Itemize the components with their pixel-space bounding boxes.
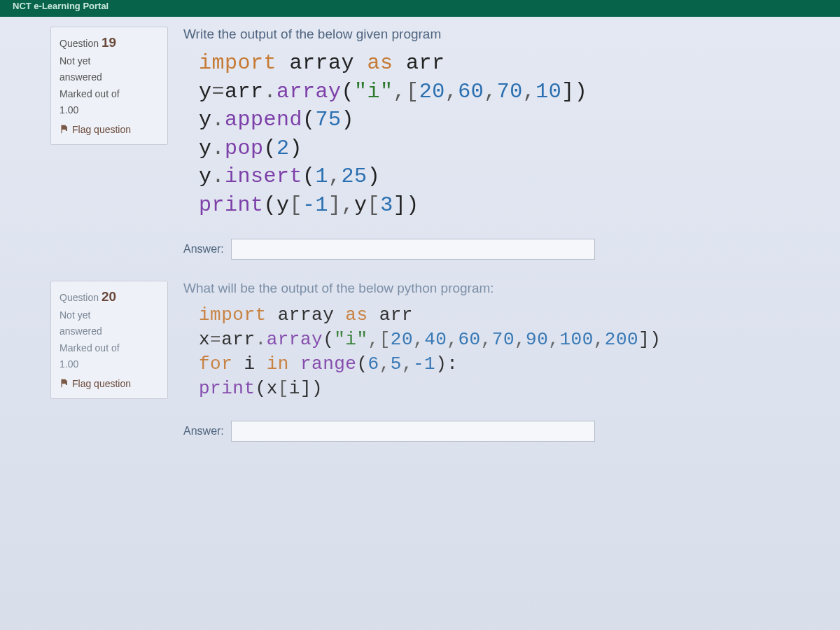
quiz-page: Question 19 Not yet answered Marked out … xyxy=(0,17,840,630)
question-info-panel: Question 20 Not yet answered Marked out … xyxy=(50,281,168,399)
marked-value: 1.00 xyxy=(59,104,159,117)
answer-row: Answer: xyxy=(183,239,801,260)
question-prompt: Write the output of the below given prog… xyxy=(183,27,801,42)
question-text-area: Write the output of the below given prog… xyxy=(183,27,801,260)
question-block-19: Question 19 Not yet answered Marked out … xyxy=(50,27,801,260)
marked-line: Marked out of xyxy=(59,342,159,355)
marked-value: 1.00 xyxy=(59,358,159,371)
flag-icon xyxy=(59,125,69,134)
question-label: Question 20 xyxy=(59,288,159,305)
status-line: Not yet xyxy=(59,55,159,68)
question-block-20: Question 20 Not yet answered Marked out … xyxy=(50,281,801,442)
status-line: answered xyxy=(59,326,159,338)
question-number: 19 xyxy=(102,35,116,50)
answer-label: Answer: xyxy=(183,425,224,438)
flag-question-link[interactable]: Flag question xyxy=(59,124,131,135)
marked-line: Marked out of xyxy=(59,88,159,101)
flag-icon xyxy=(59,379,69,388)
topbar: NCT e-Learning Portal xyxy=(0,0,840,17)
status-line: answered xyxy=(59,71,159,84)
answer-row: Answer: xyxy=(183,421,801,442)
answer-label: Answer: xyxy=(183,243,224,255)
question-text-area: What will be the output of the below pyt… xyxy=(183,281,801,442)
answer-input[interactable] xyxy=(231,239,595,260)
status-line: Not yet xyxy=(59,309,159,322)
question-label: Question 19 xyxy=(59,34,159,51)
answer-input[interactable] xyxy=(231,421,595,442)
flag-question-link[interactable]: Flag question xyxy=(59,378,131,389)
question-prompt: What will be the output of the below pyt… xyxy=(183,281,801,296)
code-block: import array as arry=arr.array("i",[20,6… xyxy=(199,49,801,219)
question-info-panel: Question 19 Not yet answered Marked out … xyxy=(50,27,168,145)
question-number: 20 xyxy=(102,289,116,304)
code-block: import array as arrx=arr.array("i",[20,4… xyxy=(199,303,801,401)
topbar-title: NCT e-Learning Portal xyxy=(13,1,108,11)
